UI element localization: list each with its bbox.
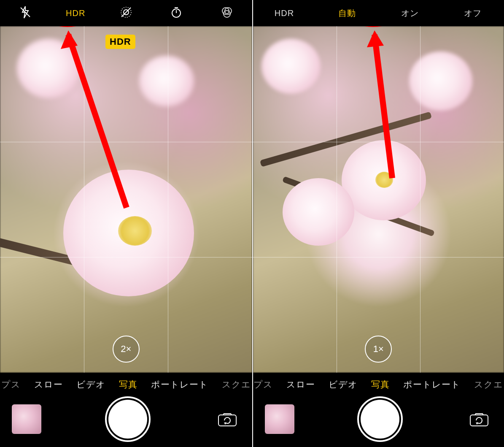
mode-item[interactable]: プス [253, 379, 273, 390]
hdr-label: HDR [253, 8, 316, 18]
camera-topbar-hdr-expanded: HDR 自動 オン オフ [253, 0, 504, 26]
filters-button[interactable] [202, 6, 252, 21]
camera-controls [0, 396, 252, 447]
live-photo-off-icon [120, 6, 132, 19]
zoom-button[interactable]: 1× [365, 336, 392, 363]
camera-mode-selector[interactable]: プス スロー ビデオ 写真 ポートレート スクエ [0, 373, 252, 396]
flash-button[interactable] [0, 6, 51, 21]
mode-item[interactable]: スクエ [474, 379, 503, 390]
mode-item[interactable]: ビデオ [329, 379, 358, 390]
shutter-button[interactable] [108, 400, 147, 439]
annotation-arrow [367, 30, 418, 187]
mode-item[interactable]: プス [1, 379, 21, 390]
hdr-option-off[interactable]: オフ [441, 8, 504, 19]
blossom-decor-blur2 [139, 56, 194, 106]
mode-item[interactable]: スクエ [222, 379, 251, 390]
mode-item-active[interactable]: 写真 [119, 379, 137, 390]
shutter-button[interactable] [361, 400, 399, 439]
camera-viewfinder[interactable]: 1× [253, 26, 504, 373]
switch-camera-icon [469, 411, 490, 428]
stamen-decor [118, 216, 152, 246]
mode-item[interactable]: スロー [286, 379, 315, 390]
svg-line-12 [375, 35, 392, 178]
mode-item[interactable]: スロー [34, 379, 63, 390]
blossom-decor2 [283, 178, 354, 246]
mode-item[interactable]: ポートレート [403, 379, 461, 390]
phone-screenshot-right: HDR 自動 オン オフ 1× プス スロー ビデオ 写真 ポートレート スクエ [252, 0, 504, 447]
timer-button[interactable] [151, 6, 202, 21]
svg-marker-13 [367, 30, 384, 47]
svg-rect-14 [470, 415, 488, 426]
phone-screenshot-left: HDR HDR 2× [0, 0, 252, 447]
hdr-option-on[interactable]: オン [378, 8, 441, 19]
svg-rect-10 [218, 415, 236, 426]
camera-bottombar: プス スロー ビデオ 写真 ポートレート スクエ [253, 373, 504, 447]
blossom-decor-blur2 [409, 51, 472, 111]
annotation-arrow [59, 30, 143, 220]
zoom-button[interactable]: 2× [113, 336, 140, 363]
last-photo-thumbnail[interactable] [12, 404, 41, 434]
svg-line-2 [121, 8, 131, 17]
camera-bottombar: プス スロー ビデオ 写真 ポートレート スクエ [0, 373, 252, 447]
live-photo-button[interactable] [101, 6, 151, 21]
mode-item[interactable]: ビデオ [76, 379, 105, 390]
camera-controls [253, 396, 504, 447]
switch-camera-button[interactable] [214, 409, 240, 429]
mode-item-active[interactable]: 写真 [371, 379, 390, 390]
flash-off-icon [19, 6, 32, 19]
hdr-button[interactable]: HDR [51, 8, 101, 18]
hdr-option-auto[interactable]: 自動 [315, 8, 378, 19]
switch-camera-button[interactable] [466, 409, 492, 429]
camera-mode-selector[interactable]: プス スロー ビデオ 写真 ポートレート スクエ [253, 373, 504, 396]
timer-icon [170, 6, 183, 19]
camera-topbar: HDR [0, 0, 252, 26]
last-photo-thumbnail[interactable] [265, 404, 294, 434]
switch-camera-icon [217, 411, 238, 428]
svg-line-8 [68, 35, 127, 208]
mode-item[interactable]: ポートレート [151, 379, 208, 390]
camera-viewfinder[interactable]: HDR 2× [0, 26, 252, 373]
blossom-decor-blur [261, 39, 321, 94]
filters-icon [221, 6, 233, 19]
